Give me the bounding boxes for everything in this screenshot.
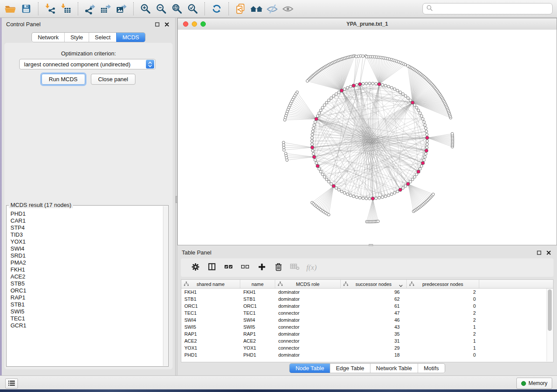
mcds-result-item[interactable]: GCR1 <box>10 322 163 329</box>
cell-mcds_role: connector <box>275 310 341 316</box>
trash-button[interactable] <box>270 261 287 274</box>
table-row[interactable]: SWI4SWI4dominator462 <box>181 316 553 323</box>
zoom-selected-button[interactable] <box>185 1 201 16</box>
toolbar-separator <box>38 2 38 15</box>
column-header-shared-name[interactable]: shared name <box>181 280 240 288</box>
mcds-result-item[interactable]: ORC1 <box>10 287 163 294</box>
table-tab-node-table[interactable]: Node Table <box>290 364 330 373</box>
table-tab-network-table[interactable]: Network Table <box>370 364 418 373</box>
mcds-result-item[interactable]: STB5 <box>10 280 163 287</box>
tab-style[interactable]: Style <box>64 33 89 42</box>
run-mcds-button[interactable]: Run MCDS <box>42 74 85 85</box>
columns-button[interactable] <box>204 261 220 274</box>
column-header-name[interactable]: name <box>240 280 275 288</box>
tab-mcds[interactable]: MCDS <box>116 33 145 42</box>
tab-network[interactable]: Network <box>32 33 64 42</box>
gear-button[interactable] <box>187 261 204 274</box>
table-scrollbar[interactable] <box>547 289 553 361</box>
mcds-result-item[interactable]: STP4 <box>10 224 163 231</box>
mcds-result-item[interactable]: PMA2 <box>10 259 163 266</box>
table-row[interactable]: SWI5SWI5connector431 <box>181 323 553 330</box>
mcds-result-item[interactable]: RAP1 <box>10 294 163 301</box>
column-label: predecessor nodes <box>422 282 464 287</box>
mcds-result-item[interactable]: FKH1 <box>10 266 163 273</box>
mcds-result-item[interactable]: SRD1 <box>10 252 163 259</box>
cell-shared_name: SWI5 <box>181 324 240 330</box>
table-scrollbar-thumb[interactable] <box>548 289 552 331</box>
optimization-criterion-label: Optimization criterion: <box>4 50 173 57</box>
zoom-out-button[interactable] <box>153 1 169 16</box>
table-row[interactable]: STB1STB1dominator620 <box>181 296 553 303</box>
mcds-result-item[interactable]: PHD1 <box>10 210 163 217</box>
column-header-successor-nodes[interactable]: successor nodes <box>341 280 407 288</box>
float-table-panel-icon[interactable] <box>536 250 542 256</box>
toolbar-separator <box>204 2 205 15</box>
tab-select[interactable]: Select <box>89 33 116 42</box>
table-tab-motifs[interactable]: Motifs <box>418 364 445 373</box>
export-table-button[interactable] <box>98 1 114 16</box>
task-history-button[interactable] <box>5 378 18 389</box>
table-row[interactable]: YOX1YOX1connector291 <box>181 344 553 351</box>
mcds-result-item[interactable]: SWI4 <box>10 245 163 252</box>
cell-predecessor_nodes: 1 <box>407 345 479 351</box>
cell-name: ACE2 <box>240 338 275 344</box>
table-row[interactable]: RAP1RAP1dominator352 <box>181 330 553 337</box>
mcds-result-item[interactable]: SWI5 <box>10 308 163 315</box>
cell-mcds_role: dominator <box>275 352 341 358</box>
cell-predecessor_nodes: 2 <box>407 289 479 295</box>
cell-name: ORC1 <box>240 303 275 309</box>
hide-button[interactable] <box>264 1 280 16</box>
chevron-down-icon[interactable] <box>399 283 403 288</box>
save-button[interactable] <box>18 1 34 16</box>
cell-shared_name: SWI4 <box>181 317 240 323</box>
mcds-result-scrollbar[interactable] <box>163 206 168 366</box>
select-all-button[interactable] <box>220 261 237 274</box>
mcds-result-item[interactable]: STB1 <box>10 301 163 308</box>
table-row[interactable]: ACE2ACE2connector311 <box>181 337 553 344</box>
delete-table-button <box>287 261 303 274</box>
close-panel-button[interactable]: Close panel <box>91 74 136 85</box>
desktop-bottom-strip <box>0 389 557 392</box>
list-icon <box>8 380 15 388</box>
plus-button[interactable] <box>253 261 270 274</box>
mcds-result-item[interactable]: TEC1 <box>10 315 163 322</box>
fx-icon: f(x) <box>306 263 317 272</box>
float-panel-icon[interactable] <box>154 21 160 28</box>
memory-button[interactable]: Memory <box>516 378 552 389</box>
column-header-filler <box>479 280 553 288</box>
export-network-button[interactable] <box>82 1 98 16</box>
close-table-panel-icon[interactable] <box>546 250 552 256</box>
fx-button: f(x) <box>303 261 320 274</box>
node-table: shared namenameMCDS rolesuccessor nodesp… <box>181 279 554 362</box>
optimization-criterion-value: largest connected component (undirected) <box>20 61 146 68</box>
table-row[interactable]: ORC1ORC1dominator610 <box>181 303 553 309</box>
open-button[interactable] <box>3 1 18 16</box>
zoom-in-button[interactable] <box>138 1 153 16</box>
cell-shared_name: YOX1 <box>181 345 240 351</box>
deselect-button[interactable] <box>237 261 253 274</box>
import-network-button[interactable] <box>42 1 58 16</box>
mcds-result-item[interactable]: CAR1 <box>10 217 163 224</box>
table-row[interactable]: PHD1PHD1dominator180 <box>181 351 553 358</box>
column-header-MCDS-role[interactable]: MCDS role <box>275 280 341 288</box>
table-tab-edge-table[interactable]: Edge Table <box>330 364 370 373</box>
show-button[interactable] <box>280 1 296 16</box>
cell-name: RAP1 <box>240 331 275 337</box>
homes-button[interactable] <box>249 1 264 16</box>
mcds-result-item[interactable]: TID3 <box>10 231 163 238</box>
table-row[interactable]: FKH1FKH1dominator962 <box>181 289 553 296</box>
search-input[interactable] <box>436 5 549 13</box>
import-table-button[interactable] <box>58 1 74 16</box>
column-header-predecessor-nodes[interactable]: predecessor nodes <box>407 280 479 288</box>
refresh-button[interactable] <box>209 1 225 16</box>
table-row[interactable]: TEC1TEC1connector472 <box>181 309 553 316</box>
close-panel-icon[interactable] <box>164 21 170 28</box>
mcds-result-item[interactable]: ACE2 <box>10 273 163 280</box>
column-type-icon <box>184 282 189 287</box>
network-graph[interactable] <box>178 30 557 245</box>
export-image-button[interactable] <box>114 1 129 16</box>
mcds-result-item[interactable]: YOX1 <box>10 238 163 245</box>
optimization-criterion-select[interactable]: largest connected component (undirected) <box>19 59 156 69</box>
snapshot-button[interactable] <box>233 1 249 16</box>
zoom-fit-button[interactable] <box>169 1 185 16</box>
